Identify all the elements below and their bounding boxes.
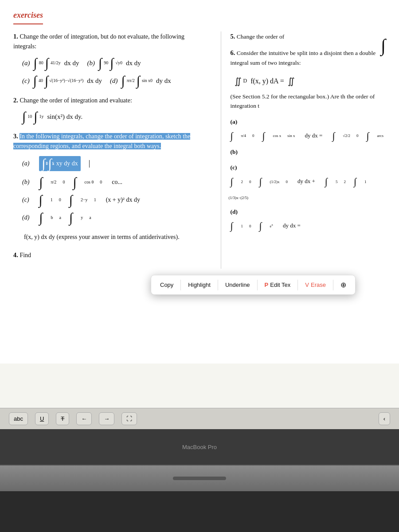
chevron-right[interactable]: ‹: [379, 412, 390, 425]
double-int-D: D: [243, 77, 247, 85]
rc-lower3: 2: [344, 179, 346, 185]
ra-int4: ∫: [366, 131, 369, 141]
p3d-int2: ∫: [69, 211, 73, 224]
laptop-notch: [173, 477, 226, 480]
forward-icon: →: [104, 415, 110, 422]
problem-1-text: Change the order of integration, but do …: [13, 33, 184, 50]
ra-lower2: sin x: [287, 133, 295, 139]
laptop-bottom: [0, 465, 399, 491]
more-button[interactable]: ⊕: [334, 277, 352, 293]
p3d-label: (d): [22, 213, 29, 223]
p3d-int1: ∫: [39, 211, 43, 224]
p3a-expr: xy dy dx: [56, 159, 78, 168]
p1d-int2: ∫: [137, 74, 140, 87]
p5-text: Change the order of: [237, 33, 285, 40]
p3a-int1: ∫: [42, 157, 45, 170]
right-part-a: (a) ∫ π/4 0 ∫ cos x sin x dy dx = ∫ √2/2…: [230, 117, 386, 141]
right-column: 5. Change the order of ∫ 6. Consider the…: [221, 31, 386, 269]
rc-upper3: 5: [336, 179, 338, 185]
problem-3-text-highlighted: In the following integrals, change the o…: [13, 133, 190, 149]
p1-part-c: (c) ∫ 4 0 ∫ √(16−y²) −√(16−y²) dx dy: [22, 74, 102, 87]
rc-lower1: 0: [249, 179, 251, 185]
right-part-d: (d) ∫ 1 0 ∫ ex dy dx =: [230, 207, 386, 231]
rc-lower4: (1/3)x−(2/5): [228, 195, 248, 201]
problem-1: 1. Change the order of integration, but …: [13, 31, 203, 87]
right-part-c: (c) ∫ 2 0 ∫ (1/2)x 0 dy dx + ∫ 5 2 ∫ 1: [230, 163, 386, 201]
p1b-upper2: √y: [115, 59, 120, 66]
t-label: T: [61, 415, 64, 422]
copy-button[interactable]: Copy: [154, 278, 180, 292]
p2-integral: ∫ 1 0 ∫ 1 y sin(x²) dx dy.: [22, 110, 82, 123]
p1d-expr: dy dx: [156, 75, 171, 86]
rc-upper2: (1/2)x: [270, 179, 280, 185]
problem-1-integrals-cd: (c) ∫ 4 0 ∫ √(16−y²) −√(16−y²) dx dy (d): [22, 74, 203, 87]
p1a-lower2: 1/2y: [53, 59, 61, 66]
back-icon: ←: [81, 415, 87, 422]
highlight-button[interactable]: Highlight: [182, 278, 217, 292]
p3a-cursor: |: [89, 157, 90, 170]
ra-expr: dy dx =: [305, 131, 323, 141]
problem-3-part-c-row: (c) ∫ 1 0 ∫ 2−y 1 (x + y)² dx dy: [22, 193, 203, 207]
abc-label: abc: [14, 415, 23, 422]
right-c-label: (c): [230, 163, 386, 172]
rc-upper4: 1: [364, 179, 367, 185]
mac-label-area: MacBook Pro: [0, 429, 399, 465]
p2-lower2: y: [41, 113, 43, 120]
p1c-int2: ∫: [45, 74, 48, 87]
problem-3-part-a-row: (a) ∫ 1 0 ∫ 1 x xy dy dx |: [22, 156, 203, 171]
p3c-expr: (x + y)² dx dy: [106, 195, 140, 205]
double-int-sym2: ∬: [288, 74, 295, 88]
p1b-expr: dx dy: [126, 58, 141, 68]
mac-label: MacBook Pro: [182, 444, 217, 450]
strikethrough-tool[interactable]: T: [56, 412, 69, 425]
p1c-lower2: −√(16−y²): [65, 77, 83, 84]
p3c-int1: ∫: [39, 193, 43, 207]
p2-int2: ∫: [34, 110, 37, 123]
chevron-icon: ‹: [383, 415, 385, 422]
menu-divider-4: [297, 280, 298, 290]
rd-int1: ∫: [230, 221, 233, 231]
ra-lower3: 0: [356, 133, 359, 139]
edit-tex-button[interactable]: P Edit Tex: [258, 278, 297, 292]
p1c-label: (c): [22, 75, 30, 86]
p3a-lower2: x: [52, 160, 55, 167]
erase-label: Erase: [311, 282, 326, 288]
back-nav[interactable]: ←: [76, 412, 92, 425]
erase-button[interactable]: V Erase: [299, 278, 332, 292]
p3d-upper2: y: [81, 214, 83, 221]
ra-lower1: 0: [252, 133, 254, 139]
underline-tool[interactable]: U: [35, 412, 49, 425]
p1b-int1: ∫: [98, 56, 102, 70]
problem-1-number: 1.: [13, 33, 18, 40]
problem-3-part-d-row: (d) ∫ b a ∫ y a f(x, y) dx dy (express y…: [22, 211, 203, 242]
expand-tool[interactable]: ⛶: [121, 412, 137, 425]
abc-tool[interactable]: abc: [9, 412, 28, 425]
p1c-lower1: 0: [41, 77, 43, 84]
underline-button[interactable]: Underline: [219, 278, 256, 292]
p1a-int2: ∫: [45, 56, 49, 70]
p5-number: 5.: [230, 33, 235, 40]
problem-5: 5. Change the order of ∫: [230, 31, 386, 42]
rc-int4: ∫: [354, 177, 356, 187]
edit-tex-label: Edit Tex: [270, 282, 290, 288]
p2-lower1: 0: [30, 113, 32, 120]
forward-nav[interactable]: →: [99, 412, 114, 425]
problem-2-integral: ∫ 1 0 ∫ 1 y sin(x²) dx dy.: [22, 110, 203, 123]
p2-int1: ∫: [22, 110, 26, 123]
p1-part-a: (a) ∫ 8 0 ∫ 4 1/2y dx dy: [22, 56, 79, 70]
p1a-expr: dx dy: [64, 58, 79, 68]
p1c-int1: ∫: [33, 74, 37, 87]
problem-4: 4. Find: [13, 250, 203, 260]
menu-divider-5: [333, 280, 333, 290]
ra-int1: ∫: [230, 131, 233, 141]
problem-4-text: Find: [20, 252, 31, 258]
p3c-upper2: 2−y: [81, 196, 88, 203]
problem-3: 3. In the following integrals, change th…: [13, 131, 203, 242]
double-int-formula: ∬ D f(x, y) dA = ∬: [235, 74, 386, 88]
rd-lower1: 0: [249, 223, 251, 229]
p3c-upper1: 1: [51, 196, 53, 203]
problem-1-integrals: (a) ∫ 8 0 ∫ 4 1/2y dx dy (b) ∫: [22, 56, 203, 70]
rd-int2: ∫: [259, 221, 262, 231]
right-a-integral: ∫ π/4 0 ∫ cos x sin x dy dx = ∫ √2/2 0 ∫…: [230, 131, 386, 141]
p1b-lower1: 0: [106, 59, 108, 66]
